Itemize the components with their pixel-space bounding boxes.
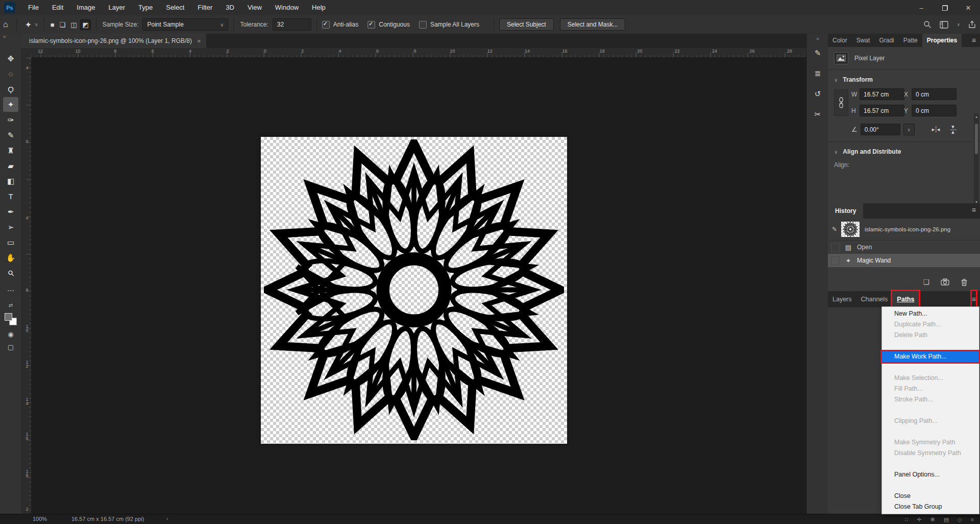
hand-tool[interactable]: ✋ [3, 250, 18, 265]
subtract-from-selection-icon[interactable]: ◫ [69, 20, 78, 30]
vertical-ruler[interactable]: 404810121416182 [22, 57, 32, 514]
history-brush-source-icon[interactable]: ✎ [830, 226, 839, 233]
context-menu-item-object-object[interactable] [882, 426, 979, 437]
context-menu-item-object-object[interactable] [882, 405, 979, 416]
select-and-mask-button[interactable]: Select and Mask... [560, 18, 626, 31]
intersect-selection-icon[interactable]: ◩ [80, 19, 90, 30]
close-window-button[interactable]: ✕ [957, 0, 980, 15]
history-brush-well[interactable] [831, 256, 840, 265]
context-menu-item-make-symmetry-path[interactable]: Make Symmetry Path [882, 437, 979, 448]
history-menu-icon[interactable]: ≡ [972, 203, 976, 217]
tab-patterns[interactable]: Patte [899, 34, 922, 47]
share-icon[interactable] [968, 20, 976, 29]
add-to-selection-icon[interactable]: ❏ [58, 20, 67, 30]
menu-item-view[interactable]: View [241, 0, 268, 15]
grid-dots-icon[interactable]: ∷ [904, 516, 908, 523]
move-widget-icon[interactable]: ✛ [917, 516, 921, 523]
width-field[interactable]: 16.57 cm [860, 88, 904, 100]
context-menu-item-panel-options[interactable]: Panel Options... [882, 469, 979, 480]
zoom-level-field[interactable]: 100% [33, 516, 47, 522]
menu-item-file[interactable]: File [21, 0, 45, 15]
document-tab[interactable]: islamic-symbols-icon-png-26.png @ 100% (… [22, 34, 206, 48]
context-menu-item-new-path[interactable]: New Path... [882, 308, 979, 319]
document-icon[interactable]: ▤ [944, 516, 949, 523]
document-info[interactable]: 16.57 cm x 16.57 cm (92 ppi) [71, 516, 144, 522]
context-menu-item-disable-symmetry-path[interactable]: Disable Symmetry Path [882, 448, 979, 459]
status-menu-icon[interactable]: ≡ [971, 516, 974, 522]
tab-layers[interactable]: Layers [828, 291, 856, 307]
magic-wand-preset-icon[interactable]: ✦ [22, 20, 35, 30]
new-document-from-state-icon[interactable]: ❏ [923, 278, 929, 286]
swap-colors-icon[interactable]: ⇄ [9, 302, 13, 308]
menu-item-image[interactable]: Image [70, 0, 102, 15]
height-field[interactable]: 16.57 cm [860, 105, 904, 116]
context-menu-item-fill-path[interactable]: Fill Path... [882, 384, 979, 394]
type-tool[interactable]: T [3, 189, 18, 204]
menu-item-layer[interactable]: Layer [102, 0, 132, 15]
more-tools[interactable]: … [3, 281, 18, 296]
context-menu-item-object-object[interactable] [882, 341, 979, 351]
tab-history[interactable]: History [828, 203, 863, 219]
brush-tool[interactable]: ✎ [3, 128, 18, 142]
scroll-up-icon[interactable]: ▴ [974, 114, 979, 119]
zoom-tool[interactable]: ⚲ [3, 266, 18, 280]
elliptical-marquee-tool[interactable]: ◌ [3, 66, 18, 81]
scrollbar-thumb[interactable] [975, 124, 978, 154]
shape-icon[interactable]: ◇ [958, 516, 962, 523]
paint-bucket-tool[interactable]: ◧ [3, 174, 18, 188]
tab-gradients[interactable]: Gradi [874, 34, 898, 47]
eraser-tool[interactable]: ▰ [3, 158, 18, 173]
checkbox-contiguous[interactable]: Contiguous [368, 21, 410, 29]
history-item-open[interactable]: ▤ Open [828, 241, 980, 254]
menu-item-select[interactable]: Select [159, 0, 191, 15]
select-subject-button[interactable]: Select Subject [499, 18, 554, 31]
transform-section-header[interactable]: ∨ Transform [828, 70, 980, 87]
path-selection-tool[interactable]: ➢ [3, 220, 18, 234]
canvas[interactable] [261, 137, 567, 444]
checkbox-box[interactable] [419, 21, 427, 29]
quick-mask-icon[interactable]: ◉ [8, 330, 13, 338]
pattern-icon[interactable]: ✻ [930, 516, 935, 523]
tab-color[interactable]: Color [828, 34, 852, 47]
menu-item-3d[interactable]: 3D [219, 0, 241, 15]
rectangle-tool[interactable]: ▭ [3, 235, 18, 250]
checkbox-anti-alias[interactable]: Anti-alias [322, 21, 358, 29]
delete-state-trash-icon[interactable] [961, 278, 968, 286]
status-chevron-icon[interactable]: › [166, 515, 168, 521]
paths-menu-icon[interactable]: ≡ [972, 291, 976, 307]
history-snapshot-row[interactable]: ✎ islamic-symbols-icon-png-26.png [828, 219, 980, 241]
workspace-chevron-icon[interactable]: ∨ [957, 22, 960, 27]
ruler-corner[interactable] [22, 48, 32, 58]
history-item-magic-wand[interactable]: ✦ Magic Wand [828, 254, 980, 267]
history-panel-icon[interactable]: ↺ [815, 89, 821, 99]
context-menu-item-duplicate-path[interactable]: Duplicate Path... [882, 319, 979, 330]
context-menu-item-clipping-path[interactable]: Clipping Path... [882, 416, 979, 426]
foreground-background-swatches[interactable] [5, 313, 17, 325]
context-menu-item-delete-path[interactable]: Delete Path [882, 330, 979, 341]
horizontal-ruler[interactable]: 121086420246810121416182022242628 [31, 48, 806, 58]
checkbox-box[interactable] [368, 21, 375, 29]
search-icon[interactable] [923, 20, 932, 29]
context-menu-item-close-tab-group[interactable]: Close Tab Group [882, 502, 979, 512]
context-menu-item-object-object[interactable] [882, 480, 979, 491]
context-menu-item-stroke-path[interactable]: Stroke Path... [882, 394, 979, 405]
lasso-tool[interactable]: Ϙ [3, 82, 18, 97]
properties-menu-icon[interactable]: ≡ [972, 34, 976, 47]
context-menu-item-make-work-path[interactable]: Make Work Path... [882, 351, 979, 362]
tab-channels[interactable]: Channels [856, 291, 893, 307]
close-tab-icon[interactable]: × [197, 37, 201, 45]
move-tool[interactable]: ✥ [3, 51, 18, 66]
menu-item-type[interactable]: Type [132, 0, 159, 15]
tab-paths[interactable]: Paths [892, 291, 919, 307]
eyedropper-tool[interactable]: ✑ [3, 112, 18, 127]
workspace-icon[interactable] [940, 21, 948, 29]
context-menu-item-object-object[interactable] [882, 459, 979, 469]
menu-item-filter[interactable]: Filter [191, 0, 219, 15]
context-menu-item-object-object[interactable] [882, 362, 979, 373]
tab-properties[interactable]: Properties [922, 34, 962, 47]
brush-panel-icon[interactable]: ✎ [815, 49, 821, 58]
magic-wand-tool[interactable]: ✦ [3, 97, 18, 112]
rotation-field[interactable]: 0.00° [861, 124, 900, 135]
screen-mode-icon[interactable]: ▢ [8, 343, 14, 351]
new-selection-icon[interactable]: ■ [49, 20, 56, 30]
